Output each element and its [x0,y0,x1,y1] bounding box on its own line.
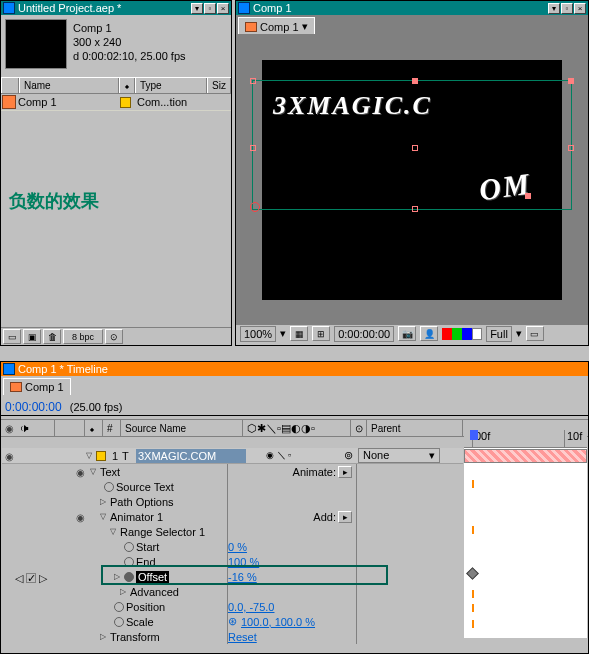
viewer-area[interactable]: 3XMAGIC.C OM [236,34,588,324]
switch-3d-icon[interactable]: ▫ [311,422,315,434]
col-type[interactable]: Type [135,78,207,93]
reset-link[interactable]: Reset [228,631,348,643]
start-value[interactable]: 0 % [228,541,348,553]
track-area[interactable] [464,448,587,638]
comp-thumbnail[interactable] [5,19,67,69]
stopwatch-offset[interactable] [124,572,134,582]
viewer-tab[interactable]: Comp 1 ▾ [238,17,315,35]
add-menu[interactable]: Add:▸ [228,509,356,524]
roi-button[interactable]: ▭ [526,326,544,341]
label-col[interactable]: ⬥ [85,420,103,436]
handle-br[interactable] [525,193,531,199]
cti-indicator[interactable] [470,430,478,440]
end-value[interactable]: 100 % [228,556,348,568]
close-button[interactable]: × [217,3,229,14]
current-timecode[interactable]: 0:00:00:00 [5,400,62,414]
position-value[interactable]: 0.0, -75.0 [228,601,348,613]
bpc-button[interactable]: 8 bpc [63,329,103,344]
switch-shy-icon[interactable]: ⬡ [247,422,257,435]
add-arrow-icon[interactable]: ▸ [338,511,352,523]
parent-col[interactable]: Parent [367,420,463,436]
handle-mr[interactable] [568,145,574,151]
blue-channel[interactable] [462,328,472,340]
new-comp-button[interactable]: ▣ [23,329,41,344]
prop-path-options[interactable]: ▷Path Options [2,494,227,509]
comp-preview[interactable]: 3XMAGIC.C OM [262,60,562,300]
switches-col[interactable]: ⬡ ✱ ＼ ▫ ▤ ◐ ◑ ▫ [243,420,351,436]
grid-button[interactable]: ⊞ [312,326,330,341]
timeline-tab[interactable]: Comp 1 [3,378,71,395]
col-name[interactable]: Name [19,78,119,93]
resolution-dropdown[interactable]: Full [486,326,512,342]
keyframe-checkbox[interactable]: ✓ [26,573,36,583]
stopwatch-end[interactable] [124,557,134,567]
layer-bar[interactable] [464,449,587,463]
switch-frame-blend-icon[interactable]: ▤ [281,422,291,435]
red-channel[interactable] [442,328,452,340]
prev-key-icon[interactable]: ◁ [15,572,23,584]
switch-collapse-icon[interactable]: ✱ [257,422,266,435]
eye-animator[interactable] [76,511,90,523]
switch-quality-icon[interactable]: ＼ [266,421,277,436]
prop-end[interactable]: End [2,554,227,569]
prop-start[interactable]: Start [2,539,227,554]
layer-name[interactable]: 3XMAGIC.COM [136,449,246,463]
layer-row[interactable]: ▽ 1 T 3XMAGIC.COM ◉ ＼ ▫ ⊚ None ▾ [2,448,463,464]
offset-value[interactable]: -16 % [228,571,348,583]
handle-mm[interactable] [412,145,418,151]
handle-ml[interactable] [250,145,256,151]
animate-menu[interactable]: Animate:▸ [228,464,356,479]
layer-twirl[interactable]: ▽ [86,451,96,460]
offset-keyframe[interactable] [466,567,479,580]
show-snapshot-button[interactable]: 👤 [420,326,438,341]
prop-advanced[interactable]: ▷Advanced [2,584,227,599]
next-key-icon[interactable]: ▷ [39,572,47,584]
scale-value[interactable]: 100.0, 100.0 % [241,616,356,628]
eye-text[interactable] [76,466,90,478]
handle-tm[interactable] [412,78,418,84]
switch-adjust-icon[interactable]: ◑ [301,422,311,435]
viewer-maximize[interactable]: ▫ [561,3,573,14]
channel-buttons[interactable] [442,328,482,340]
layer-visible-toggle[interactable] [2,450,16,462]
alpha-channel[interactable] [472,328,482,340]
col-icon[interactable] [1,78,19,93]
snapshot-button[interactable]: 📷 [398,326,416,341]
minimize-button[interactable]: ▾ [191,3,203,14]
zoom-dropdown[interactable]: 100% [240,326,276,342]
col-size[interactable]: Siz [207,78,231,93]
layer-label-color[interactable] [96,451,106,461]
lock-col[interactable] [55,420,85,436]
status-timecode[interactable]: 0:00:00:00 [334,326,394,342]
handle-tl[interactable] [250,78,256,84]
handle-tr[interactable] [568,78,574,84]
parent-pickwhip[interactable]: ⊚ [344,449,358,462]
prop-source-text[interactable]: Source Text [2,479,227,494]
green-channel[interactable] [452,328,462,340]
parent-dropdown[interactable]: None ▾ [358,448,440,463]
layer-switches[interactable]: ◉ ＼ ▫ [246,449,344,462]
prop-animator[interactable]: ▽Animator 1 [2,509,227,524]
av-features-col[interactable]: 🕩 [1,420,55,436]
handle-bl[interactable] [250,202,260,212]
source-col[interactable]: Source Name [121,420,243,436]
handle-bm[interactable] [412,206,418,212]
col-label[interactable]: ⬥ [119,78,135,93]
animate-arrow-icon[interactable]: ▸ [338,466,352,478]
parent-pick-col[interactable]: ⊙ [351,420,367,436]
maximize-button[interactable]: ▫ [204,3,216,14]
time-ruler[interactable]: 00f 10f [464,430,587,448]
viewer-minimize[interactable]: ▾ [548,3,560,14]
label-color[interactable] [120,97,131,108]
project-item-row[interactable]: Comp 1 Com...tion [1,94,231,111]
res-arrow-icon[interactable]: ▾ [516,327,522,340]
prop-scale[interactable]: Scale [2,614,227,629]
num-col[interactable]: # [103,420,121,436]
find-button[interactable]: ⊙ [105,329,123,344]
stopwatch-source-text[interactable] [104,482,114,492]
viewer-close[interactable]: × [574,3,586,14]
stopwatch-start[interactable] [124,542,134,552]
keyframe-nav-offset[interactable]: ◁ ✓ ▷ [15,572,47,585]
switch-motion-blur-icon[interactable]: ◐ [291,422,301,435]
prop-transform[interactable]: ▷Transform [2,629,227,644]
